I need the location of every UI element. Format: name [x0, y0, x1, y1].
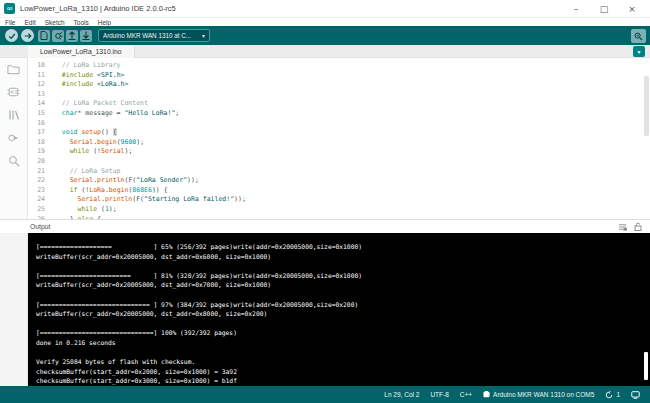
board-port-label: Arduino MKR WAN 1310 on COM5: [493, 391, 594, 398]
tab-options-button[interactable]: ▼: [633, 46, 645, 57]
scroll-lock-icon[interactable]: [633, 222, 642, 231]
board-icon: [483, 391, 490, 398]
cursor-position: Ln 29, Col 2: [384, 391, 419, 398]
open-button[interactable]: [66, 30, 78, 42]
arrow-up-tray-icon: [68, 31, 76, 40]
menu-sketch[interactable]: Sketch: [45, 19, 65, 26]
chevron-down-icon: ▾: [202, 32, 205, 39]
line-number: 26: [28, 215, 54, 220]
line-number: 16: [28, 119, 54, 129]
search-icon: [8, 155, 20, 167]
sync-count: 1: [616, 391, 620, 398]
code-line: 15 char* message = "Hello LoRa!";: [28, 109, 650, 119]
code-line: 17 void setup() {: [28, 128, 650, 138]
output-panel-title: Output: [30, 223, 50, 230]
folder-icon: [7, 63, 20, 75]
notifications-indicator[interactable]: [631, 391, 640, 399]
bug-debug-icon: [7, 132, 20, 144]
window-controls: – □ ×: [570, 4, 646, 14]
books-icon: [8, 109, 20, 121]
statusbar: Ln 29, Col 2 UTF-8 C++ Arduino MKR WAN 1…: [0, 386, 650, 403]
board-selector-label: Arduino MKR WAN 1310 at C...: [103, 32, 191, 39]
debug-icon: [54, 31, 63, 40]
console-text: [=================== ] 65% (256/392 page…: [28, 233, 650, 386]
code-line: 20: [28, 157, 650, 167]
sidebar-item-search[interactable]: [7, 154, 21, 168]
serial-monitor-button[interactable]: [631, 29, 646, 43]
menu-tools[interactable]: Tools: [74, 19, 89, 26]
code-line: 12 #include <LoRa.h>: [28, 80, 650, 90]
clear-output-icon[interactable]: [618, 222, 627, 231]
output-console-row: [=================== ] 65% (256/392 page…: [0, 233, 650, 386]
line-number: 24: [28, 195, 54, 205]
code-line: 14 // LoRa Packet Content: [28, 99, 650, 109]
line-number: 12: [28, 80, 54, 90]
right-arrow-icon: [24, 32, 32, 40]
maximize-button[interactable]: □: [598, 4, 610, 14]
arrow-down-tray-icon: [82, 31, 90, 40]
new-sketch-button[interactable]: [38, 30, 50, 42]
output-actions: [618, 222, 642, 231]
sidebar-item-sketchbook[interactable]: [7, 62, 21, 76]
editor-tabbar: LowPower_LoRa_1310.ino ▼: [0, 45, 650, 58]
menubar: File Edit Sketch Tools Help: [0, 18, 650, 26]
verify-button[interactable]: [5, 29, 18, 42]
code-line: 13: [28, 90, 650, 100]
encoding-indicator: UTF-8: [430, 391, 448, 398]
line-number: 17: [28, 128, 54, 138]
code-line: 24 Serial.println(F("Starting LoRa faile…: [28, 195, 650, 205]
upload-button[interactable]: [21, 29, 34, 42]
code-line: 16: [28, 119, 650, 129]
board-selector[interactable]: Arduino MKR WAN 1310 at C... ▾: [98, 29, 210, 42]
line-number: 10: [28, 61, 54, 71]
sidebar-item-debug[interactable]: [7, 131, 21, 145]
tab-sketch-file[interactable]: LowPower_LoRa_1310.ino: [28, 45, 135, 58]
code-editor[interactable]: 10 // LoRa Library11 #include <SPI.h>12 …: [28, 58, 650, 219]
left-gutter: [0, 233, 28, 386]
menu-help[interactable]: Help: [98, 19, 111, 26]
line-number: 19: [28, 147, 54, 157]
code-line: 19 while (!Serial);: [28, 147, 650, 157]
code-line: 23 if (!LoRa.begin(868E6)) {: [28, 186, 650, 196]
debug-button[interactable]: [52, 30, 64, 42]
arduino-logo-icon: ∞: [4, 3, 15, 14]
output-panel-header: Output: [0, 219, 650, 233]
caret-down-icon: ▼: [637, 49, 642, 55]
tab-label: LowPower_LoRa_1310.ino: [40, 48, 122, 55]
line-number: 20: [28, 157, 54, 167]
line-number: 23: [28, 186, 54, 196]
close-button[interactable]: ×: [626, 4, 638, 14]
sidebar-item-boards-manager[interactable]: [7, 85, 21, 99]
line-number: 21: [28, 167, 54, 177]
board-port-indicator[interactable]: Arduino MKR WAN 1310 on COM5: [483, 391, 594, 398]
menu-edit[interactable]: Edit: [24, 19, 35, 26]
minimize-button[interactable]: –: [570, 4, 582, 14]
sync-icon: [605, 391, 613, 399]
code-line: 25 while (1);: [28, 205, 650, 215]
output-console[interactable]: [=================== ] 65% (256/392 page…: [28, 233, 650, 386]
code-line: 26 } else {: [28, 215, 650, 220]
sidebar-item-library-manager[interactable]: [7, 108, 21, 122]
line-number: 15: [28, 109, 54, 119]
titlebar: ∞ LowPower_LoRa_1310 | Arduino IDE 2.0.0…: [0, 0, 650, 18]
code-line: 18 Serial.begin(9600);: [28, 138, 650, 148]
sync-indicator[interactable]: 1: [605, 391, 620, 399]
code-lines: 10 // LoRa Library11 #include <SPI.h>12 …: [28, 61, 650, 219]
notifications-icon: [631, 391, 640, 399]
magnifier-pulse-icon: [634, 32, 643, 41]
document-icon: [40, 31, 48, 40]
line-number: 11: [28, 71, 54, 81]
save-button[interactable]: [80, 30, 92, 42]
chip-icon: [7, 86, 20, 98]
language-indicator: C++: [460, 391, 472, 398]
console-scrollbar[interactable]: [644, 352, 648, 380]
code-line: 21 // LoRa Setup: [28, 167, 650, 177]
activity-bar: [0, 58, 28, 219]
editor-scrollbar[interactable]: [644, 76, 649, 136]
code-line: 22 Serial.println(F("LoRa Sender"));: [28, 176, 650, 186]
line-number: 18: [28, 138, 54, 148]
line-number: 22: [28, 176, 54, 186]
code-line: 11 #include <SPI.h>: [28, 71, 650, 81]
line-number: 14: [28, 99, 54, 109]
menu-file[interactable]: File: [5, 19, 15, 26]
